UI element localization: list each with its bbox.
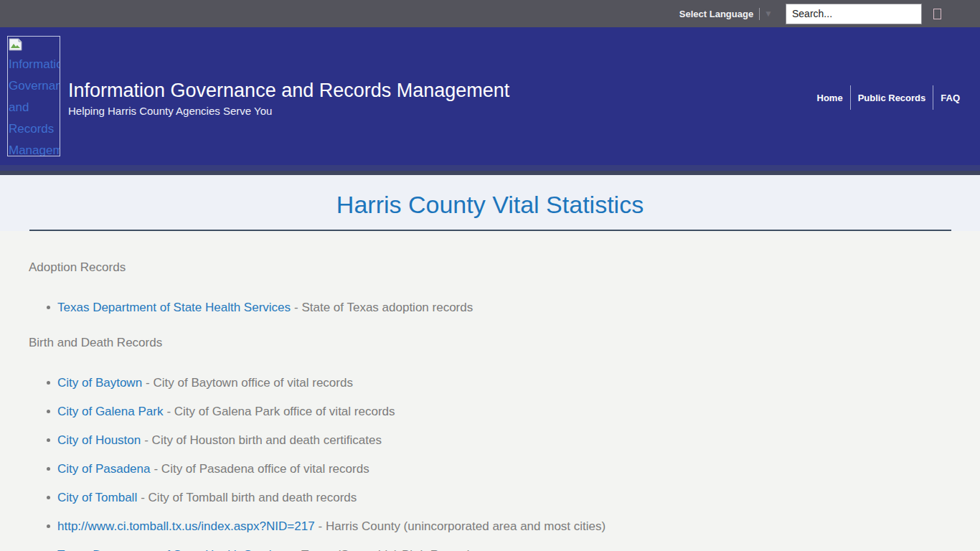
page-title: Harris County Vital Statistics: [0, 188, 980, 221]
logo-alt-text: Information Governance and Records Manag…: [9, 54, 59, 156]
list-item: City of Galena Park- City of Galena Park…: [57, 404, 951, 419]
record-link[interactable]: City of Baytown: [57, 376, 142, 390]
record-description: - City of Galena Park office of vital re…: [166, 405, 395, 418]
nav-item-faq[interactable]: FAQ: [933, 93, 967, 103]
nav-separator: [850, 85, 851, 110]
birth-death-records-list: City of Baytown- City of Baytown office …: [29, 375, 951, 551]
record-link[interactable]: City of Tomball: [57, 491, 137, 504]
record-link[interactable]: http://www.ci.tomball.tx.us/index.aspx?N…: [57, 519, 315, 533]
record-description: - City of Tomball birth and death record…: [141, 491, 357, 504]
title-block: Information Governance and Records Manag…: [68, 79, 509, 117]
topbar: Select Language ▼: [0, 0, 980, 27]
site-header: Information Governance and Records Manag…: [0, 27, 980, 165]
section-heading-birth-death-records: Birth and Death Records: [29, 335, 951, 351]
title-divider: [29, 230, 951, 231]
record-link[interactable]: City of Galena Park: [57, 405, 163, 418]
page-title-section: Harris County Vital Statistics: [0, 175, 980, 231]
list-item: Texas Department of State Health Service…: [57, 300, 951, 315]
list-item: City of Baytown- City of Baytown office …: [57, 375, 951, 390]
record-description: - City of Baytown office of vital record…: [146, 376, 353, 390]
record-link[interactable]: Texas Department of State Health Service…: [57, 301, 291, 314]
chevron-down-icon[interactable]: ▼: [764, 9, 773, 18]
language-divider: [759, 8, 760, 20]
list-item: City of Houston- City of Houston birth a…: [57, 433, 951, 448]
list-item: Texas Department of State Health Service…: [57, 547, 951, 551]
site-logo[interactable]: Information Governance and Records Manag…: [7, 36, 60, 156]
list-item: http://www.ci.tomball.tx.us/index.aspx?N…: [57, 519, 951, 534]
list-item: City of Tomball- City of Tomball birth a…: [57, 490, 951, 505]
site-title: Information Governance and Records Manag…: [68, 79, 509, 102]
search-input[interactable]: [786, 4, 922, 24]
site-tagline: Helping Harris County Agencies Serve You: [68, 105, 509, 117]
language-selector-label: Select Language: [679, 9, 753, 19]
broken-image-icon: [9, 38, 23, 51]
record-description: - City of Houston birth and death certif…: [144, 433, 382, 447]
main-content: Adoption Records Texas Department of Sta…: [0, 260, 980, 551]
record-description: - Harris County (unincorporated area and…: [319, 519, 606, 533]
search-icon[interactable]: [933, 9, 941, 19]
language-selector[interactable]: Select Language ▼: [679, 8, 773, 20]
record-link[interactable]: Texas Department of State Health Service…: [57, 548, 291, 551]
header-band: [0, 165, 980, 171]
nav-separator: [933, 85, 933, 110]
record-link[interactable]: City of Pasadena: [57, 462, 150, 476]
list-item: City of Pasadena- City of Pasadena offic…: [57, 461, 951, 476]
adoption-records-list: Texas Department of State Health Service…: [29, 300, 951, 315]
record-link[interactable]: City of Houston: [57, 433, 141, 447]
main-nav: Home Public Records FAQ: [810, 85, 968, 110]
record-description: - Texas (Statewide) Birth Records: [294, 548, 476, 551]
record-description: - State of Texas adoption records: [294, 301, 473, 314]
nav-item-home[interactable]: Home: [810, 93, 850, 103]
record-description: - City of Pasadena office of vital recor…: [154, 462, 369, 476]
section-heading-adoption-records: Adoption Records: [29, 260, 951, 276]
nav-item-public-records[interactable]: Public Records: [851, 93, 933, 103]
